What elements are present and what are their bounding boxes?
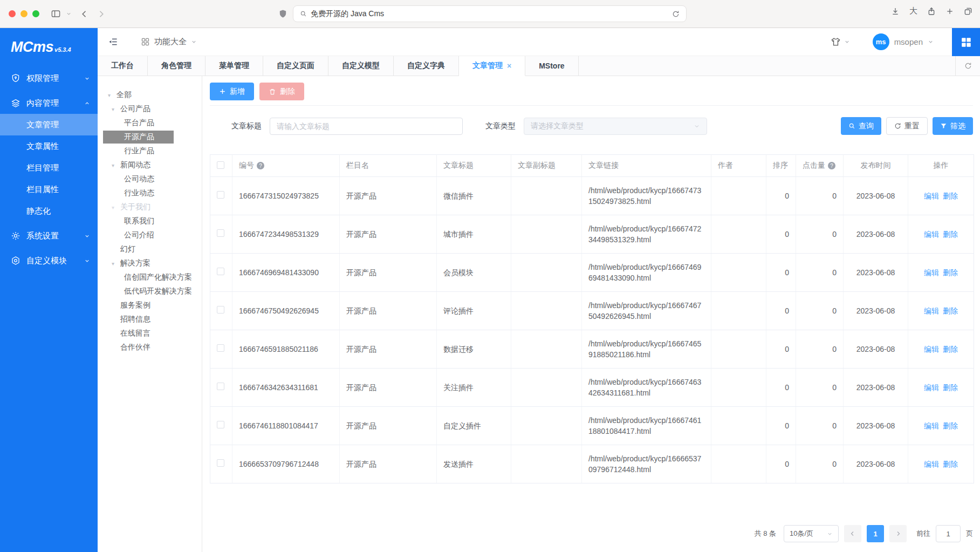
row-action-编辑[interactable]: 编辑 xyxy=(924,421,939,430)
row-checkbox[interactable] xyxy=(217,459,224,467)
sidebar-subitem-文章属性[interactable]: 文章属性 xyxy=(0,135,98,157)
row-action-编辑[interactable]: 编辑 xyxy=(924,460,939,468)
tree-node-行业动态[interactable]: 行业动态 xyxy=(98,186,202,200)
sidebar-subitem-静态化[interactable]: 静态化 xyxy=(0,200,98,222)
share-icon[interactable] xyxy=(927,7,936,16)
text-size-icon[interactable]: 大 xyxy=(909,6,917,16)
sidebar-item-权限管理[interactable]: 权限管理 xyxy=(0,67,98,89)
select-all-checkbox[interactable] xyxy=(217,161,224,169)
tree-node-行业产品[interactable]: 行业产品 xyxy=(98,144,202,158)
window-minimize-button[interactable] xyxy=(20,10,28,17)
goto-page-input[interactable] xyxy=(936,525,961,542)
page-number-button[interactable]: 1 xyxy=(867,525,884,542)
add-button[interactable]: 新增 xyxy=(210,83,254,100)
row-action-删除[interactable]: 删除 xyxy=(943,230,958,238)
tree-expand-icon[interactable]: ▾ xyxy=(112,162,119,168)
privacy-shield-icon[interactable] xyxy=(278,9,287,18)
tab-refresh-icon[interactable] xyxy=(955,56,980,76)
help-icon[interactable]: ? xyxy=(257,162,264,169)
tab-工作台[interactable]: 工作台 xyxy=(98,56,148,76)
row-checkbox[interactable] xyxy=(217,306,224,314)
row-checkbox[interactable] xyxy=(217,421,224,428)
row-action-编辑[interactable]: 编辑 xyxy=(924,306,939,315)
tab-close-icon[interactable]: × xyxy=(507,62,511,70)
type-filter-select[interactable]: 请选择文章类型 xyxy=(524,118,707,135)
tree-node-招聘信息[interactable]: 招聘信息 xyxy=(98,312,202,326)
page-size-select[interactable]: 10条/页 xyxy=(784,525,839,542)
row-action-删除[interactable]: 删除 xyxy=(943,421,958,430)
tree-expand-icon[interactable]: ▾ xyxy=(112,261,119,267)
sidebar-item-自定义模块[interactable]: 自定义模块 xyxy=(0,250,98,271)
browser-back-button[interactable] xyxy=(77,6,93,22)
tree-expand-icon[interactable]: ▾ xyxy=(108,92,115,98)
filter-button[interactable]: 筛选 xyxy=(933,117,973,135)
window-zoom-button[interactable] xyxy=(32,10,39,17)
user-menu[interactable]: ms msopen xyxy=(873,33,934,50)
tree-node-开源产品[interactable]: 开源产品 xyxy=(98,130,202,144)
tab-自定义字典[interactable]: 自定义字典 xyxy=(394,56,459,76)
browser-forward-button[interactable] xyxy=(93,6,109,22)
tab-overview-icon[interactable] xyxy=(964,7,972,16)
row-action-编辑[interactable]: 编辑 xyxy=(924,192,939,200)
row-checkbox[interactable] xyxy=(217,268,224,275)
row-action-删除[interactable]: 删除 xyxy=(943,460,958,468)
row-action-编辑[interactable]: 编辑 xyxy=(924,268,939,277)
sidebar-item-内容管理[interactable]: 内容管理 xyxy=(0,92,98,114)
theme-skin-menu[interactable] xyxy=(831,37,850,47)
tree-node-联系我们[interactable]: 联系我们 xyxy=(98,214,202,228)
tab-自定义页面[interactable]: 自定义页面 xyxy=(263,56,328,76)
row-action-编辑[interactable]: 编辑 xyxy=(924,230,939,238)
tree-node-公司产品[interactable]: ▾公司产品 xyxy=(98,102,202,116)
tab-菜单管理[interactable]: 菜单管理 xyxy=(205,56,263,76)
tree-node-新闻动态[interactable]: ▾新闻动态 xyxy=(98,158,202,172)
next-page-button[interactable] xyxy=(889,525,907,542)
row-checkbox[interactable] xyxy=(217,344,224,352)
reload-icon[interactable] xyxy=(672,10,680,18)
tree-node-合作伙伴[interactable]: 合作伙伴 xyxy=(98,340,202,355)
app-nav-menu[interactable]: 功能大全 xyxy=(141,37,197,47)
row-checkbox[interactable] xyxy=(217,229,224,237)
tree-expand-icon[interactable]: ▾ xyxy=(112,205,119,210)
delete-button[interactable]: 删除 xyxy=(259,83,304,100)
tree-node-公司介绍[interactable]: 公司介绍 xyxy=(98,228,202,242)
tree-node-平台产品[interactable]: 平台产品 xyxy=(98,116,202,130)
tab-自定义模型[interactable]: 自定义模型 xyxy=(328,56,394,76)
row-action-编辑[interactable]: 编辑 xyxy=(924,345,939,353)
menu-collapse-icon[interactable] xyxy=(108,37,118,47)
tree-node-全部[interactable]: ▾全部 xyxy=(98,88,202,102)
row-action-删除[interactable]: 删除 xyxy=(943,268,958,277)
tab-角色管理[interactable]: 角色管理 xyxy=(148,56,205,76)
prev-page-button[interactable] xyxy=(844,525,861,542)
row-action-删除[interactable]: 删除 xyxy=(943,383,958,392)
row-action-删除[interactable]: 删除 xyxy=(943,345,958,353)
tree-node-公司动态[interactable]: 公司动态 xyxy=(98,172,202,186)
sidebar-item-系统设置[interactable]: 系统设置 xyxy=(0,225,98,247)
tab-文章管理[interactable]: 文章管理× xyxy=(459,56,525,76)
tab-MStore[interactable]: MStore xyxy=(525,56,578,76)
row-checkbox[interactable] xyxy=(217,383,224,390)
tree-node-服务案例[interactable]: 服务案例 xyxy=(98,298,202,312)
downloads-icon[interactable] xyxy=(891,7,900,16)
tree-node-信创国产化解决方案[interactable]: 信创国产化解决方案 xyxy=(98,270,202,284)
address-bar[interactable]: 免费开源的 Java Cms xyxy=(293,5,687,22)
tree-node-解决方案[interactable]: ▾解决方案 xyxy=(98,256,202,270)
tree-node-在线留言[interactable]: 在线留言 xyxy=(98,326,202,340)
tree-node-关于我们[interactable]: ▾关于我们 xyxy=(98,200,202,214)
browser-sidebar-chevron-icon[interactable] xyxy=(64,6,73,22)
row-checkbox[interactable] xyxy=(217,191,224,199)
row-action-删除[interactable]: 删除 xyxy=(943,192,958,200)
tree-node-幻灯[interactable]: 幻灯 xyxy=(98,242,202,256)
sidebar-subitem-文章管理[interactable]: 文章管理 xyxy=(0,114,98,135)
row-action-删除[interactable]: 删除 xyxy=(943,306,958,315)
window-close-button[interactable] xyxy=(9,10,16,17)
sidebar-subitem-栏目管理[interactable]: 栏目管理 xyxy=(0,157,98,179)
browser-sidebar-toggle-icon[interactable] xyxy=(47,6,64,22)
title-filter-input[interactable] xyxy=(270,118,463,135)
search-button[interactable]: 查询 xyxy=(841,117,881,135)
help-icon[interactable]: ? xyxy=(828,162,835,169)
sidebar-subitem-栏目属性[interactable]: 栏目属性 xyxy=(0,179,98,200)
reset-button[interactable]: 重置 xyxy=(886,117,928,135)
new-tab-icon[interactable] xyxy=(945,7,954,16)
tree-node-低代码开发解决方案[interactable]: 低代码开发解决方案 xyxy=(98,284,202,298)
apps-grid-button[interactable] xyxy=(952,28,980,56)
